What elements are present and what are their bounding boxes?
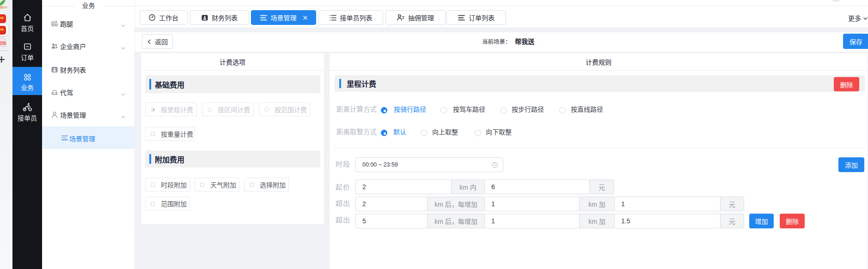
svg-text:PDF: PDF — [0, 42, 5, 45]
